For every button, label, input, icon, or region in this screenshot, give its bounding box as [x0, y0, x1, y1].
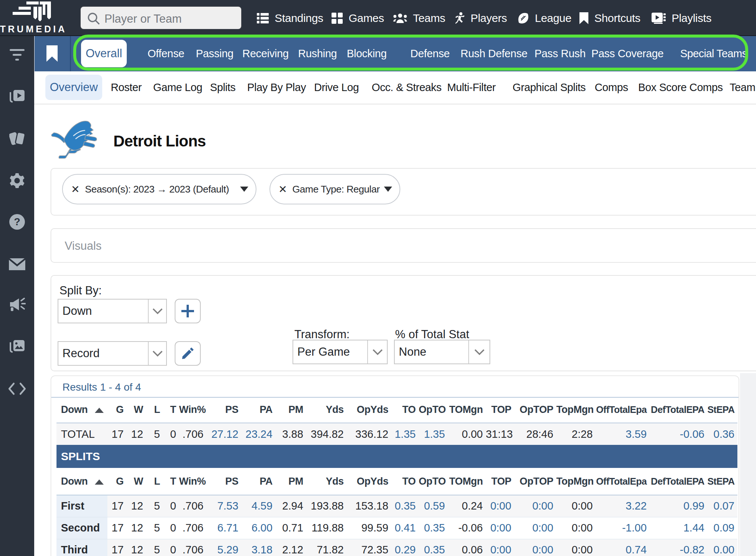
svg-text:?: ? [14, 216, 20, 227]
